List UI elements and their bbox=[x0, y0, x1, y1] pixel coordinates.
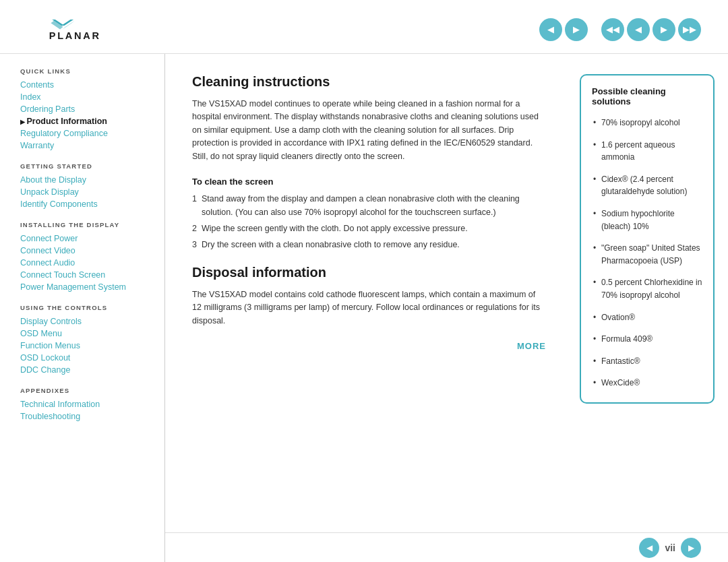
page-title: Cleaning instructions bbox=[192, 74, 546, 90]
nav-prev2-button[interactable]: ◀ bbox=[627, 18, 650, 41]
sidebar: Quick Links Contents Index Ordering Part… bbox=[0, 54, 165, 562]
sidebar-item-function-menus[interactable]: Function Menus bbox=[20, 340, 151, 352]
sidebar-item-osd-lockout[interactable]: OSD Lockout bbox=[20, 352, 151, 364]
sidebar-item-osd-menu[interactable]: OSD Menu bbox=[20, 327, 151, 340]
nav-last-button[interactable]: ▶▶ bbox=[678, 18, 701, 41]
sidebar-item-contents[interactable]: Contents bbox=[20, 79, 151, 91]
sidebar-item-power[interactable]: Connect Power bbox=[20, 232, 151, 245]
sidebar-item-identify[interactable]: Identify Components bbox=[20, 198, 151, 210]
nav-controls: ◀ ▶ ◀◀ ◀ ▶ ▶▶ bbox=[539, 18, 701, 41]
cleaning-item-2: 1.6 percent aqueous ammonia bbox=[592, 137, 702, 166]
cleaning-box-title: Possible cleaning solutions bbox=[592, 86, 702, 106]
sidebar-item-technical[interactable]: Technical Information bbox=[20, 398, 151, 410]
disposal-text: The VS15XAD model contains cold cathode … bbox=[192, 288, 546, 327]
cleaning-item-6: 0.5 percent Chlorhexidine in 70% isoprop… bbox=[592, 274, 702, 303]
screen-steps-list: 1 Stand away from the display and dampen… bbox=[192, 192, 546, 251]
nav-prev-button[interactable]: ◀ bbox=[539, 18, 562, 41]
intro-text: The VS15XAD model continues to operate w… bbox=[192, 98, 546, 163]
top-bar: PLANAR ◀ ▶ ◀◀ ◀ ▶ ▶▶ bbox=[0, 0, 728, 54]
cleaning-item-5: "Green soap" United States Pharmacopoeia… bbox=[592, 240, 702, 269]
nav-group-1: ◀ ▶ bbox=[539, 18, 588, 41]
sidebar-section-installing: Installing the Display bbox=[20, 221, 151, 228]
sidebar-section-getting-started: Getting Started bbox=[20, 162, 151, 170]
screen-subtitle: To clean the screen bbox=[192, 177, 546, 187]
sidebar-item-display-controls[interactable]: Display Controls bbox=[20, 315, 151, 327]
sidebar-item-warranty[interactable]: Warranty bbox=[20, 139, 151, 152]
cleaning-item-10: WexCide® bbox=[592, 375, 702, 392]
disposal-title: Disposal information bbox=[192, 265, 546, 280]
sidebar-section-appendixes: Appendixes bbox=[20, 387, 151, 394]
footer-nav: ◀ vii ▶ bbox=[165, 532, 728, 562]
sidebar-item-power-mgmt[interactable]: Power Management System bbox=[20, 281, 151, 293]
sidebar-item-video[interactable]: Connect Video bbox=[20, 245, 151, 257]
cleaning-item-1: 70% isopropyl alcohol bbox=[592, 115, 702, 131]
sidebar-section-controls: Using the Controls bbox=[20, 304, 151, 311]
sidebar-item-product-info[interactable]: Product Information bbox=[20, 115, 151, 127]
cleaning-item-9: Fantastic® bbox=[592, 353, 702, 370]
nav-next-button[interactable]: ▶ bbox=[565, 18, 588, 41]
sidebar-item-touch[interactable]: Connect Touch Screen bbox=[20, 269, 151, 281]
svg-marker-1 bbox=[61, 20, 73, 26]
nav-play-button[interactable]: ▶ bbox=[653, 18, 675, 41]
sidebar-item-ordering[interactable]: Ordering Parts bbox=[20, 103, 151, 115]
sidebar-item-unpack[interactable]: Unpack Display bbox=[20, 186, 151, 198]
nav-group-2: ◀◀ ◀ ▶ ▶▶ bbox=[601, 18, 701, 41]
sidebar-item-about[interactable]: About the Display bbox=[20, 174, 151, 186]
right-panel: Possible cleaning solutions 70% isopropy… bbox=[573, 54, 728, 562]
cleaning-solutions-box: Possible cleaning solutions 70% isopropy… bbox=[580, 74, 715, 404]
nav-first-button[interactable]: ◀◀ bbox=[601, 18, 624, 41]
sidebar-item-troubleshooting[interactable]: Troubleshooting bbox=[20, 410, 151, 423]
list-item: 3 Dry the screen with a clean nonabrasiv… bbox=[192, 238, 546, 251]
page-number: vii bbox=[665, 542, 675, 553]
sidebar-item-ddc[interactable]: DDC Change bbox=[20, 364, 151, 376]
footer-next-button[interactable]: ▶ bbox=[681, 538, 701, 558]
sidebar-item-regulatory[interactable]: Regulatory Compliance bbox=[20, 127, 151, 139]
list-item: 1 Stand away from the display and dampen… bbox=[192, 192, 546, 219]
content-area: Cleaning instructions The VS15XAD model … bbox=[165, 54, 573, 562]
list-item: 2 Wipe the screen gently with the cloth.… bbox=[192, 222, 546, 235]
sidebar-section-quick-links: Quick Links bbox=[20, 67, 151, 75]
logo-area: PLANAR bbox=[27, 12, 108, 49]
cleaning-item-8: Formula 409® bbox=[592, 331, 702, 348]
footer-prev-button[interactable]: ◀ bbox=[639, 538, 659, 558]
cleaning-item-7: Ovation® bbox=[592, 309, 702, 326]
main-layout: Quick Links Contents Index Ordering Part… bbox=[0, 54, 728, 562]
sidebar-item-audio[interactable]: Connect Audio bbox=[20, 257, 151, 269]
more-link[interactable]: MORE bbox=[192, 341, 546, 351]
sidebar-item-index[interactable]: Index bbox=[20, 91, 151, 103]
planar-logo: PLANAR bbox=[27, 12, 108, 46]
cleaning-item-4: Sodium hypochlorite (bleach) 10% bbox=[592, 206, 702, 235]
svg-text:PLANAR: PLANAR bbox=[49, 30, 101, 41]
cleaning-item-3: Cidex® (2.4 percent glutaraldehyde solut… bbox=[592, 171, 702, 200]
